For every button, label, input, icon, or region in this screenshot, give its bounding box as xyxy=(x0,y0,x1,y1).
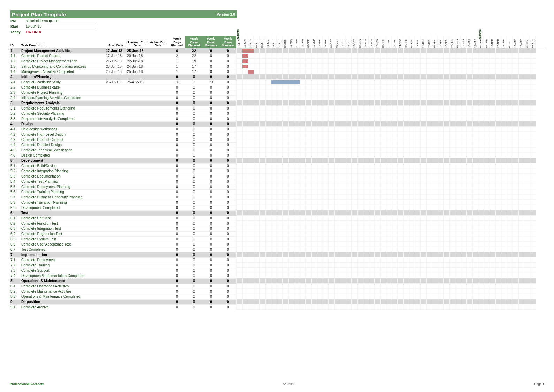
cell: Test Completed xyxy=(21,247,105,252)
timeline-cell xyxy=(478,179,484,184)
timeline-cell xyxy=(409,90,415,95)
timeline-cell xyxy=(363,163,369,168)
timeline-row xyxy=(236,231,544,236)
timeline-cell xyxy=(513,137,518,142)
timeline-cell xyxy=(501,106,507,111)
cell: Complete High-Level Design xyxy=(21,132,105,137)
timeline-cell xyxy=(328,184,334,189)
footer-site: ProfessionalExcel.com xyxy=(10,382,44,386)
timeline-cell xyxy=(501,69,507,74)
timeline-cell xyxy=(403,85,409,90)
timeline-cell xyxy=(242,168,248,174)
timeline-cell xyxy=(472,252,478,257)
cell: Complete Project Management Plan xyxy=(21,59,105,64)
cell: 0 xyxy=(169,200,186,205)
cell xyxy=(105,153,127,158)
timeline-cell xyxy=(294,111,300,116)
timeline-cell xyxy=(340,205,346,210)
timeline-cell xyxy=(518,231,524,236)
timeline-cell xyxy=(265,85,271,90)
timeline-cell xyxy=(426,273,432,278)
cell: 0 xyxy=(169,236,186,242)
timeline-cell xyxy=(265,294,271,299)
cell: 21-Jun-18 xyxy=(105,59,127,64)
timeline-cell xyxy=(259,263,265,268)
timeline-cell xyxy=(305,48,311,53)
timeline-cell xyxy=(426,284,432,289)
timeline-cell xyxy=(323,116,329,121)
timeline-cell xyxy=(507,284,513,289)
timeline-cell xyxy=(380,284,386,289)
timeline-cell xyxy=(242,95,248,100)
timeline-cell xyxy=(311,263,317,268)
timeline-cell xyxy=(317,127,323,132)
cell xyxy=(126,121,147,127)
timeline-cell xyxy=(340,299,346,304)
timeline-cell xyxy=(420,205,426,210)
timeline-cell xyxy=(507,137,513,142)
timeline-cell xyxy=(449,289,455,294)
timeline-cell xyxy=(507,106,513,111)
timeline-cell xyxy=(351,304,357,310)
cell: Complete System Test xyxy=(21,236,105,242)
timeline-cell xyxy=(426,184,432,189)
timeline-cell xyxy=(254,64,260,69)
timeline-cell xyxy=(236,106,242,111)
timeline-cell xyxy=(300,210,306,216)
timeline-cell xyxy=(478,216,484,221)
timeline-row xyxy=(236,142,544,148)
timeline-cell xyxy=(490,221,495,226)
timeline-cell xyxy=(369,100,375,106)
cell xyxy=(126,226,147,231)
timeline-cell xyxy=(501,299,507,304)
timeline-cell xyxy=(351,174,357,179)
timeline-cell xyxy=(409,48,415,53)
timeline-cell xyxy=(386,278,392,284)
timeline-cell xyxy=(271,252,277,257)
timeline-cell xyxy=(277,121,283,127)
cell: 4.6 xyxy=(10,153,21,158)
cell xyxy=(126,142,147,148)
cell: 0 xyxy=(185,127,203,132)
timeline-cell xyxy=(524,294,530,299)
timeline-cell xyxy=(294,200,300,205)
timeline-cell xyxy=(513,195,518,200)
timeline-cell xyxy=(300,304,306,310)
timeline-cell xyxy=(328,226,334,231)
timeline-cell xyxy=(409,158,415,163)
cell xyxy=(105,132,127,137)
timeline-cell xyxy=(288,304,294,310)
cell: 0 xyxy=(185,236,203,242)
timeline-cell xyxy=(334,195,340,200)
cell: 0 xyxy=(185,210,203,216)
cell: Operations & Maintenance Completed xyxy=(21,294,105,299)
timeline-cell xyxy=(392,142,398,148)
timeline-cell xyxy=(317,200,323,205)
timeline-cell xyxy=(438,189,444,195)
timeline-cell xyxy=(300,95,306,100)
timeline-cell xyxy=(236,90,242,95)
cell: Complete Maintenance Activities xyxy=(21,289,105,294)
timeline-cell xyxy=(328,137,334,142)
timeline-cell xyxy=(420,74,426,80)
timeline-cell xyxy=(420,100,426,106)
timeline-cell xyxy=(513,226,518,231)
timeline-cell xyxy=(466,69,472,74)
timeline-cell xyxy=(530,226,536,231)
timeline-cell xyxy=(248,100,254,106)
timeline-cell xyxy=(346,268,352,273)
timeline-cell xyxy=(461,116,467,121)
timeline-cell xyxy=(259,158,265,163)
timeline-cell xyxy=(484,268,490,273)
timeline-cell xyxy=(455,268,461,273)
timeline-cell xyxy=(305,85,311,90)
timeline-cell xyxy=(305,179,311,184)
timeline-cell xyxy=(346,116,352,121)
timeline-row xyxy=(236,195,544,200)
timeline-cell xyxy=(472,153,478,158)
timeline-cell xyxy=(490,200,495,205)
timeline-cell xyxy=(374,90,380,95)
timeline-cell xyxy=(323,257,329,263)
timeline-cell xyxy=(484,74,490,80)
timeline-cell xyxy=(455,289,461,294)
